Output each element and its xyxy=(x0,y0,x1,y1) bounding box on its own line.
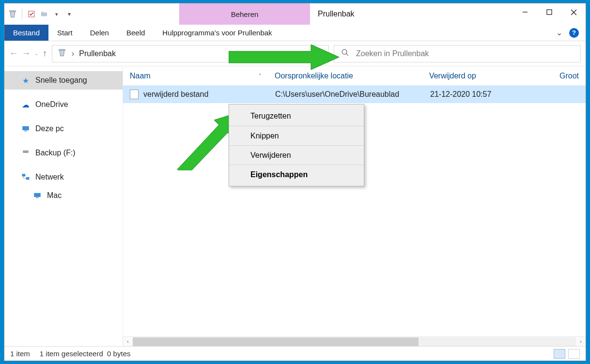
breadcrumb-location[interactable]: Prullenbak xyxy=(79,49,116,58)
sidebar-item-network[interactable]: Netwerk xyxy=(4,168,123,186)
svg-rect-13 xyxy=(34,193,41,197)
maximize-button[interactable] xyxy=(537,3,561,21)
sidebar-item-label: Mac xyxy=(47,191,62,200)
properties-icon[interactable] xyxy=(26,9,37,19)
sort-ascending-icon: ˄ xyxy=(259,73,261,78)
content-pane: Naam ˄ Oorspronkelijke locatie Verwijder… xyxy=(123,66,586,346)
qat-dropdown-icon[interactable]: ▾ xyxy=(51,9,62,19)
svg-rect-12 xyxy=(26,177,30,180)
recycle-bin-icon xyxy=(7,9,18,19)
minimize-button[interactable] xyxy=(513,3,537,21)
horizontal-scrollbar[interactable]: ‹ › xyxy=(123,336,586,346)
help-icon[interactable]: ? xyxy=(569,28,579,38)
statusbar: 1 item 1 item geselecteerd 0 bytes xyxy=(4,346,586,361)
explorer-window: ▾ ▾ Beheren Prullenbak Bestand Start Del… xyxy=(4,3,586,361)
column-headers: Naam ˄ Oorspronkelijke locatie Verwijder… xyxy=(123,66,586,86)
nav-back-icon[interactable]: ← xyxy=(9,48,18,59)
tab-view[interactable]: Beeld xyxy=(118,25,154,41)
svg-rect-8 xyxy=(24,131,27,132)
svg-rect-14 xyxy=(36,197,39,198)
navigation-tree: ★ Snelle toegang ☁ OneDrive Deze pc Bac xyxy=(4,66,123,346)
nav-forward-icon[interactable]: → xyxy=(22,48,31,59)
view-large-icons-button[interactable] xyxy=(568,349,580,359)
qat-customize-icon[interactable]: ▾ xyxy=(64,9,75,19)
sidebar-item-mac[interactable]: Mac xyxy=(4,186,123,205)
svg-line-6 xyxy=(346,54,348,56)
cloud-icon: ☁ xyxy=(21,100,31,109)
network-icon xyxy=(21,172,31,182)
menu-item-restore[interactable]: Terugzetten xyxy=(229,106,364,126)
svg-rect-11 xyxy=(22,174,26,176)
sidebar-item-quick-access[interactable]: ★ Snelle toegang xyxy=(4,71,123,90)
file-name: verwijderd bestand xyxy=(143,90,208,99)
close-button[interactable] xyxy=(561,3,586,21)
menu-item-cut[interactable]: Knippen xyxy=(229,126,364,145)
window-controls xyxy=(513,3,586,25)
svg-point-10 xyxy=(28,152,28,152)
contextual-tab-header: Beheren xyxy=(179,3,310,25)
list-item[interactable]: verwijderd bestand C:\Users\user\OneDriv… xyxy=(123,86,586,103)
status-item-count: 1 item xyxy=(10,349,30,358)
titlebar: ▾ ▾ Beheren Prullenbak xyxy=(4,3,586,25)
search-box[interactable] xyxy=(334,45,581,62)
tab-file[interactable]: Bestand xyxy=(4,25,48,41)
chevron-right-icon: › xyxy=(72,49,74,58)
sidebar-item-label: Netwerk xyxy=(35,173,64,182)
sidebar-item-label: OneDrive xyxy=(35,100,68,109)
breadcrumb-bar[interactable]: › Prullenbak xyxy=(52,45,329,62)
file-icon xyxy=(130,90,139,99)
file-original-location: C:\Users\user\OneDrive\Bureaublad xyxy=(268,90,423,99)
sidebar-item-label: Deze pc xyxy=(35,124,64,133)
pc-remote-icon xyxy=(32,191,42,200)
scroll-track[interactable] xyxy=(133,337,576,346)
svg-rect-7 xyxy=(22,126,29,130)
tab-start[interactable]: Start xyxy=(48,25,81,41)
drive-icon xyxy=(21,148,31,158)
menu-item-properties[interactable]: Eigenschappen xyxy=(229,165,364,184)
status-selected: 1 item geselecteerd 0 bytes xyxy=(40,349,131,358)
context-menu: Terugzetten Knippen Verwijderen Eigensch… xyxy=(229,104,364,186)
nav-up-icon[interactable]: ↑ xyxy=(43,48,47,59)
scroll-thumb[interactable] xyxy=(133,337,419,346)
search-input[interactable] xyxy=(356,49,574,58)
tab-share[interactable]: Delen xyxy=(81,25,118,41)
recycle-bin-icon xyxy=(57,48,67,60)
address-bar-area: ← → ⌄ ↑ › Prullenbak xyxy=(4,41,586,66)
column-header-size[interactable]: Groot xyxy=(553,72,586,80)
scroll-left-icon[interactable]: ‹ xyxy=(123,337,133,346)
menu-item-delete[interactable]: Verwijderen xyxy=(229,145,364,165)
view-details-button[interactable] xyxy=(554,349,565,359)
quick-access-toolbar: ▾ ▾ xyxy=(4,3,78,25)
star-icon: ★ xyxy=(21,76,31,85)
sidebar-item-label: Snelle toegang xyxy=(35,76,87,85)
column-header-date-deleted[interactable]: Verwijderd op xyxy=(422,72,553,80)
sidebar-item-backup-drive[interactable]: Backup (F:) xyxy=(4,144,123,162)
svg-rect-2 xyxy=(547,10,552,15)
tab-recycle-tools[interactable]: Hulpprogramma's voor Prullenbak xyxy=(154,25,280,41)
sidebar-item-this-pc[interactable]: Deze pc xyxy=(4,120,123,138)
column-header-original-location[interactable]: Oorspronkelijke locatie xyxy=(268,72,422,80)
sidebar-item-onedrive[interactable]: ☁ OneDrive xyxy=(4,95,123,114)
new-folder-icon[interactable] xyxy=(39,9,49,19)
column-header-name[interactable]: Naam ˄ xyxy=(123,72,268,80)
window-title: Prullenbak xyxy=(310,3,513,25)
ribbon-collapse-icon[interactable]: ⌄ xyxy=(556,28,562,37)
sidebar-item-label: Backup (F:) xyxy=(35,149,76,157)
file-list[interactable]: verwijderd bestand C:\Users\user\OneDriv… xyxy=(123,86,586,336)
file-date-deleted: 21-12-2020 10:57 xyxy=(423,90,554,99)
nav-history-icon[interactable]: ⌄ xyxy=(34,50,39,57)
search-icon xyxy=(341,48,349,59)
scroll-right-icon[interactable]: › xyxy=(576,337,586,346)
pc-icon xyxy=(21,124,31,134)
svg-point-5 xyxy=(342,49,347,54)
ribbon-tabs: Bestand Start Delen Beeld Hulpprogramma'… xyxy=(4,25,586,41)
